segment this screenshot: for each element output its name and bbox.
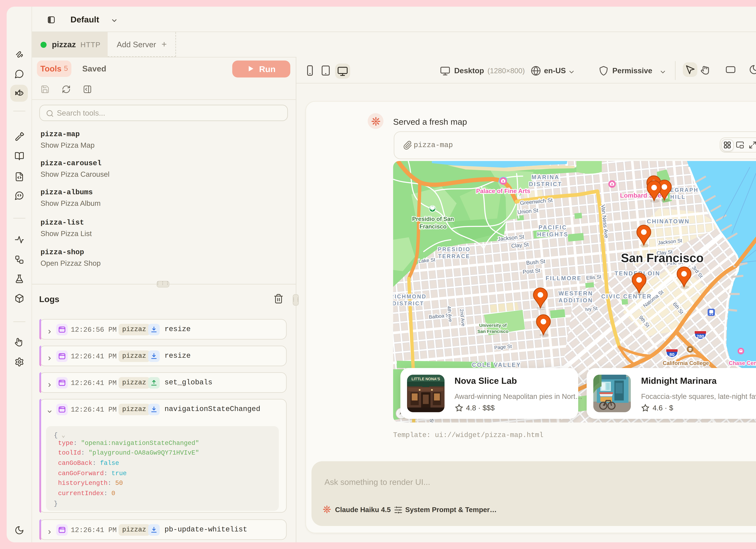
svg-text:HILL: HILL (670, 194, 686, 200)
svg-text:TERRACE: TERRACE (438, 253, 470, 259)
svg-text:Chase Center: Chase Center (729, 360, 756, 366)
svg-text:MARINA: MARINA (532, 174, 560, 180)
svg-text:HEIGHTS: HEIGHTS (537, 231, 569, 237)
svg-text:COLE VALLEY: COLE VALLEY (472, 362, 521, 368)
svg-text:Ivy St: Ivy St (585, 306, 598, 312)
svg-text:FILLMORE: FILLMORE (546, 275, 582, 282)
svg-text:DISTRICT: DISTRICT (529, 181, 562, 187)
svg-text:Francisco: Francisco (420, 223, 447, 230)
svg-text:San Francisco: San Francisco (477, 329, 508, 334)
svg-text:CHINATOWN: CHINATOWN (647, 218, 690, 224)
svg-text:Presidio of San: Presidio of San (412, 216, 454, 222)
svg-text:Palace of Fine Arts: Palace of Fine Arts (476, 188, 531, 194)
svg-text:LITTLE NONA'S: LITTLE NONA'S (411, 377, 440, 381)
svg-text:DISTRICT: DISTRICT (393, 301, 424, 307)
svg-text:280: 280 (697, 334, 704, 339)
svg-text:PRESIDIO: PRESIDIO (438, 246, 471, 252)
svg-text:California College: California College (663, 360, 709, 366)
svg-text:PACIFIC: PACIFIC (539, 224, 567, 230)
svg-text:80: 80 (670, 352, 675, 357)
svg-text:University of: University of (479, 323, 507, 328)
svg-text:San Francisco: San Francisco (621, 251, 704, 265)
svg-text:ADDITION: ADDITION (559, 297, 593, 304)
svg-text:RICHMOND: RICHMOND (393, 294, 427, 300)
svg-text:CIVIC CENTER: CIVIC CENTER (601, 293, 652, 300)
svg-text:WESTERN: WESTERN (559, 290, 593, 297)
